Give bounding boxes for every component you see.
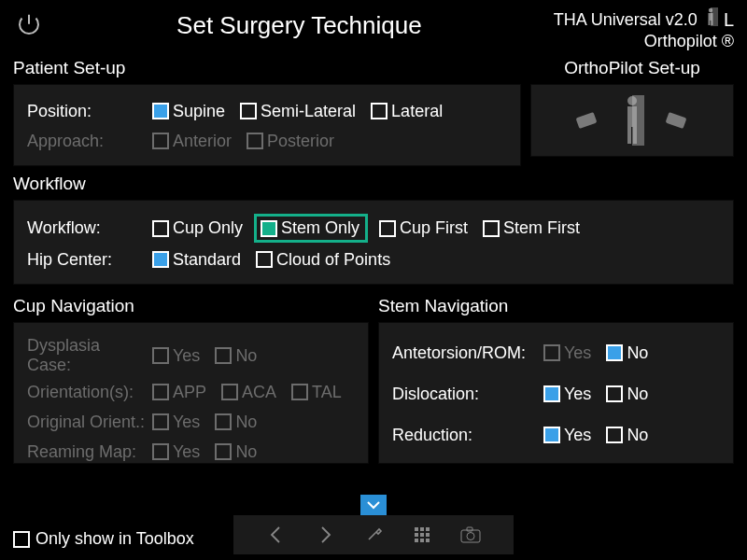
reaming-yes: Yes <box>148 441 204 464</box>
patient-body-icon <box>620 95 644 146</box>
hip-cloud[interactable]: Cloud of Points <box>252 248 394 272</box>
svg-rect-8 <box>627 127 631 144</box>
antetorsion-no[interactable]: No <box>602 342 652 365</box>
toolbox-only-label: Only show in Toolbox <box>35 529 194 549</box>
position-label: Position: <box>27 102 148 121</box>
svg-rect-14 <box>426 527 430 531</box>
svg-rect-2 <box>708 21 710 25</box>
antetorsion-yes: Yes <box>540 342 595 365</box>
svg-rect-12 <box>415 527 418 531</box>
side-indicator: L <box>724 9 734 30</box>
svg-rect-15 <box>415 533 418 537</box>
svg-point-22 <box>467 533 474 540</box>
dislocation-label: Dislocation: <box>392 385 540 404</box>
svg-rect-4 <box>711 7 718 26</box>
workflow-label: Workflow <box>13 174 734 194</box>
reaming-no: No <box>211 441 261 464</box>
workflow-cup-first[interactable]: Cup First <box>375 217 472 240</box>
approach-label: Approach: <box>27 132 148 151</box>
svg-rect-18 <box>415 539 418 542</box>
reduction-yes[interactable]: Yes <box>540 424 595 447</box>
dysplasia-no: No <box>211 344 261 368</box>
settings-button[interactable] <box>360 522 387 548</box>
svg-rect-19 <box>420 539 424 542</box>
grid-button[interactable] <box>409 522 435 548</box>
transmitter-left-icon <box>571 107 603 133</box>
toolbox-only-checkbox[interactable]: Only show in Toolbox <box>13 529 194 549</box>
svg-rect-20 <box>426 539 430 542</box>
orthopilot-setup-label: OrthoPilot Set-up <box>530 58 734 78</box>
camera-button[interactable] <box>458 522 484 548</box>
body-icon <box>703 7 718 31</box>
svg-rect-5 <box>576 112 598 129</box>
svg-rect-21 <box>461 530 480 542</box>
svg-rect-11 <box>666 112 687 129</box>
svg-rect-17 <box>426 533 430 537</box>
header: Set Surgery Technique THA Universal v2.0… <box>0 0 747 54</box>
cup-nav-panel: Dysplasia Case: Yes No Orientation(s): A… <box>13 322 369 464</box>
dysplasia-label: Dysplasia Case: <box>27 336 148 375</box>
workflow-cup-only[interactable]: Cup Only <box>148 217 247 240</box>
dislocation-no[interactable]: No <box>602 383 652 406</box>
expand-toolbar-button[interactable] <box>360 495 387 515</box>
reduction-label: Reduction: <box>392 426 540 445</box>
position-lateral[interactable]: Lateral <box>367 100 446 123</box>
antetorsion-label: Antetorsion/ROM: <box>392 343 540 363</box>
orientations-label: Orientation(s): <box>27 383 148 402</box>
next-button[interactable] <box>312 522 338 548</box>
reaming-label: Reaming Map: <box>27 442 148 462</box>
reduction-no[interactable]: No <box>602 424 652 447</box>
page-title: Set Surgery Technique <box>45 11 554 40</box>
svg-rect-16 <box>420 533 424 537</box>
dislocation-yes[interactable]: Yes <box>540 383 595 406</box>
workflow-panel: Workflow: Cup Only Stem Only Cup First S… <box>13 200 734 285</box>
transmitter-right-icon <box>661 107 693 133</box>
version-text: THA Universal v2.0 <box>554 9 698 30</box>
position-semi-lateral[interactable]: Semi-Lateral <box>236 100 359 123</box>
orient-app: APP <box>148 381 210 404</box>
stem-nav-label: Stem Navigation <box>378 296 734 316</box>
hip-center-label: Hip Center: <box>27 250 148 270</box>
orient-tal: TAL <box>288 381 345 404</box>
orient-aca: ACA <box>218 381 280 404</box>
workflow-stem-first[interactable]: Stem First <box>479 217 584 240</box>
brand-text: Orthopilot ® <box>554 31 734 51</box>
orthopilot-setup-panel[interactable] <box>530 84 734 157</box>
cup-nav-label: Cup Navigation <box>13 296 369 316</box>
svg-rect-10 <box>632 95 644 146</box>
original-orient-no: No <box>211 411 261 434</box>
approach-anterior: Anterior <box>148 130 235 153</box>
svg-rect-13 <box>420 527 424 531</box>
bottom-toolbar <box>233 515 514 554</box>
stem-nav-panel: Antetorsion/ROM: Yes No Dislocation: Yes… <box>378 322 734 464</box>
original-orient-label: Original Orient.: <box>27 413 148 432</box>
power-button[interactable] <box>13 9 45 41</box>
prev-button[interactable] <box>263 522 289 548</box>
patient-setup-label: Patient Set-up <box>13 58 521 78</box>
header-right: THA Universal v2.0 L Orthopilot ® <box>554 7 734 51</box>
patient-setup-panel: Position: Supine Semi-Lateral Lateral Ap… <box>13 84 521 166</box>
workflow-stem-only[interactable]: Stem Only <box>254 214 368 243</box>
dysplasia-yes: Yes <box>148 344 204 368</box>
original-orient-yes: Yes <box>148 411 204 434</box>
hip-standard[interactable]: Standard <box>148 248 245 272</box>
approach-posterior: Posterior <box>243 130 338 153</box>
position-supine[interactable]: Supine <box>148 100 229 123</box>
workflow-field-label: Workflow: <box>27 218 148 238</box>
